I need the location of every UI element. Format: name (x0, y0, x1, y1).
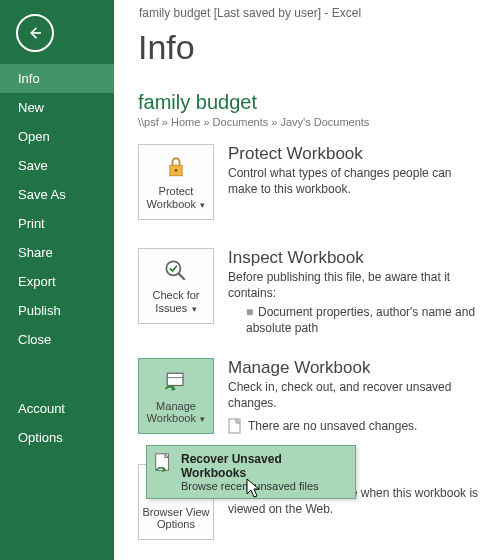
unsaved-status: There are no unsaved changes. (228, 418, 480, 434)
heading-manage-workbook: Manage Workbook (228, 358, 480, 378)
sidebar-item-info[interactable]: Info (0, 64, 114, 93)
chevron-down-icon: ▾ (198, 200, 206, 210)
svg-line-4 (179, 274, 185, 280)
svg-point-2 (175, 169, 178, 172)
tile-check-for-issues[interactable]: Check for Issues ▾ (138, 248, 214, 324)
section-manage-workbook: Manage Workbook ▾ Manage Workbook Check … (138, 358, 480, 434)
recover-file-icon (153, 452, 175, 474)
sidebar-item-save[interactable]: Save (0, 151, 114, 180)
desc-manage-workbook: Check in, check out, and recover unsaved… (228, 380, 480, 411)
desc-inspect-lead: Before publishing this file, be aware th… (228, 270, 480, 301)
backstage-sidebar: Info New Open Save Save As Print Share E… (0, 0, 114, 560)
sidebar-item-account[interactable]: Account (0, 394, 114, 423)
sidebar-item-save-as[interactable]: Save As (0, 180, 114, 209)
tile-label: Browser View Options (142, 506, 209, 531)
page-title: Info (138, 28, 480, 67)
inspect-item: ■Document properties, author's name and … (228, 305, 480, 336)
sidebar-item-new[interactable]: New (0, 93, 114, 122)
sidebar-item-options[interactable]: Options (0, 423, 114, 452)
manage-workbook-menu: Recover Unsaved Workbooks Browse recent … (146, 445, 356, 499)
tile-manage-workbook[interactable]: Manage Workbook ▾ (138, 358, 214, 434)
svg-point-3 (166, 262, 180, 276)
sidebar-item-export[interactable]: Export (0, 267, 114, 296)
section-protect-workbook: Protect Workbook ▾ Protect Workbook Cont… (138, 144, 480, 220)
lock-icon (162, 153, 190, 181)
svg-rect-5 (167, 373, 183, 385)
document-path: \\psf » Home » Documents » Javy's Docume… (138, 116, 480, 128)
heading-protect-workbook: Protect Workbook (228, 144, 480, 164)
sidebar-item-open[interactable]: Open (0, 122, 114, 151)
magnifier-check-icon (162, 257, 190, 285)
tile-label: Manage Workbook (147, 400, 196, 425)
sidebar-item-print[interactable]: Print (0, 209, 114, 238)
menu-item-recover-unsaved[interactable]: Recover Unsaved Workbooks Browse recent … (147, 446, 355, 498)
menu-item-desc: Browse recent unsaved files (181, 480, 347, 492)
sidebar-item-publish[interactable]: Publish (0, 296, 114, 325)
document-title: family budget (138, 91, 480, 114)
chevron-down-icon: ▾ (198, 414, 206, 424)
workbook-refresh-icon (162, 368, 190, 396)
section-inspect-workbook: Check for Issues ▾ Inspect Workbook Befo… (138, 248, 480, 336)
sidebar-item-close[interactable]: Close (0, 325, 114, 354)
tile-protect-workbook[interactable]: Protect Workbook ▾ (138, 144, 214, 220)
document-icon (228, 418, 242, 434)
arrow-left-icon (26, 24, 44, 42)
heading-inspect-workbook: Inspect Workbook (228, 248, 480, 268)
menu-item-title: Recover Unsaved Workbooks (181, 452, 347, 480)
tile-label: Protect Workbook (147, 185, 196, 210)
back-button[interactable] (16, 14, 54, 52)
chevron-down-icon: ▾ (189, 304, 197, 314)
sidebar-item-share[interactable]: Share (0, 238, 114, 267)
desc-protect-workbook: Control what types of changes people can… (228, 166, 480, 197)
